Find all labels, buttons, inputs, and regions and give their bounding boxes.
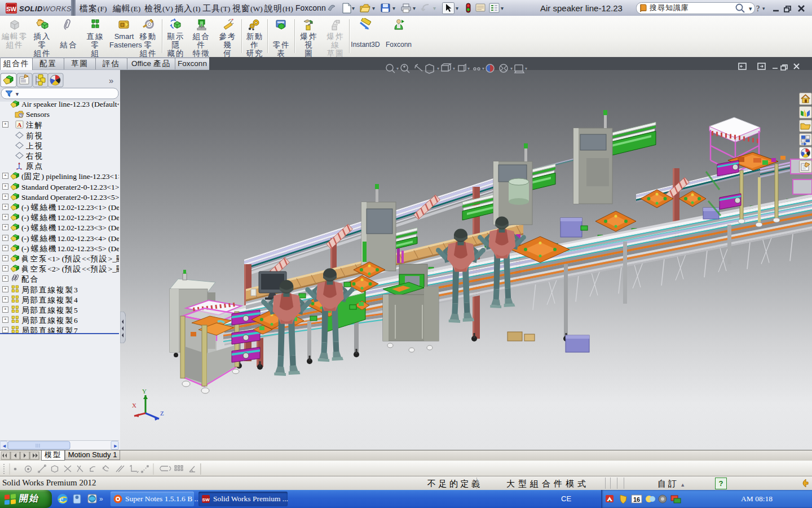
svg-text:e: e <box>60 495 63 503</box>
svg-text:▾: ▾ <box>762 6 765 11</box>
svg-text:▼: ▼ <box>15 91 20 97</box>
svg-text:▾: ▾ <box>467 66 470 71</box>
svg-text:▾: ▾ <box>456 5 458 11</box>
svg-text:*: * <box>231 18 234 23</box>
svg-text:▾: ▾ <box>413 5 416 11</box>
svg-text:▾: ▾ <box>453 66 455 71</box>
svg-text:»: » <box>99 495 103 503</box>
svg-text:▾: ▾ <box>372 5 375 11</box>
svg-text:»: » <box>109 76 113 85</box>
svg-text:►: ► <box>113 443 118 449</box>
svg-text:SW: SW <box>202 497 210 502</box>
svg-text:▾: ▾ <box>749 5 752 12</box>
svg-text:A: A <box>17 121 22 128</box>
svg-text:◄: ◄ <box>2 443 7 449</box>
svg-text:▾: ▾ <box>392 5 395 11</box>
svg-text:?: ? <box>756 5 760 13</box>
svg-text:▾: ▾ <box>437 66 439 71</box>
svg-text:Y: Y <box>142 388 147 395</box>
svg-text:Z: Z <box>160 410 164 417</box>
svg-text:▾: ▾ <box>352 5 355 11</box>
svg-text:▾: ▾ <box>501 5 504 11</box>
svg-text:16: 16 <box>633 496 640 503</box>
svg-text:▾: ▾ <box>525 66 527 71</box>
svg-text:SW: SW <box>6 6 16 12</box>
svg-text:X: X <box>132 402 136 409</box>
svg-text:▾: ▾ <box>433 5 436 11</box>
svg-text:▾: ▾ <box>396 66 399 71</box>
svg-text:▾: ▾ <box>482 66 484 71</box>
svg-text:SOLIDWORKS: SOLIDWORKS <box>19 5 72 13</box>
svg-text:▾: ▾ <box>510 66 513 71</box>
svg-text:搜尋知識庫: 搜尋知識庫 <box>649 3 689 12</box>
